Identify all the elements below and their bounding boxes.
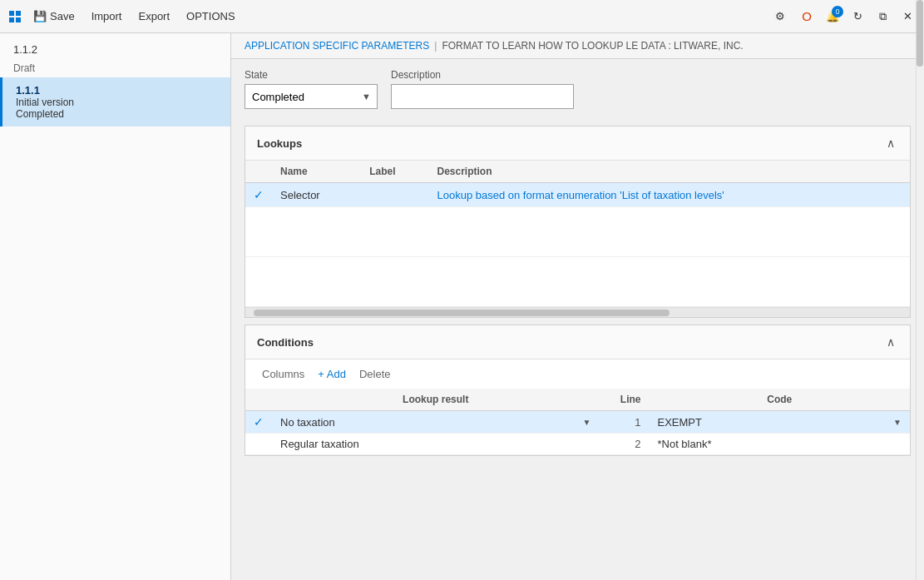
description-input[interactable] [391, 84, 574, 109]
selected-sub2: Completed [16, 108, 217, 120]
refresh-icon: ↻ [853, 10, 862, 22]
lookups-header: Lookups ∧ [245, 126, 910, 161]
office-icon: O [802, 9, 812, 23]
lookups-table: Name Label Description ✓ Selector Lookup… [245, 161, 910, 307]
conditions-tbody: ✓ No taxation ▼ 1 EXEMPT ▼ [245, 411, 910, 455]
settings-button[interactable]: ⚙ [770, 8, 790, 24]
add-button[interactable]: + Add [313, 366, 351, 382]
table-row-empty [245, 207, 910, 257]
row-description: Lookup based on format enumeration 'List… [429, 183, 911, 207]
notification-count: 0 [832, 6, 843, 17]
settings-icon: ⚙ [775, 10, 785, 22]
options-button[interactable]: OPTIONS [180, 7, 242, 26]
app-icon [7, 8, 23, 25]
cond-row1-code: EXEMPT ▼ [649, 411, 910, 434]
popout-icon: ⧉ [879, 10, 887, 23]
cond-row1-line: 1 [599, 411, 649, 434]
conditions-toggle[interactable]: ∧ [883, 334, 898, 350]
import-button[interactable]: Import [85, 7, 129, 26]
close-button[interactable]: ✕ [898, 8, 917, 24]
cond-col-check [245, 389, 272, 411]
lookup-dropdown-cell: No taxation ▼ [280, 416, 590, 429]
col-label: Label [361, 161, 428, 183]
cond-row2-line: 2 [599, 434, 649, 455]
lookups-panel: Lookups ∧ Name Label Description ✓ Selec… [245, 126, 911, 318]
conditions-header-row: Lookup result Line Code [245, 389, 910, 411]
cond-row2-code: *Not blank* [649, 434, 910, 455]
lookups-title: Lookups [257, 137, 302, 150]
cond-col-lookup: Lookup result [272, 389, 599, 411]
lookups-toggle[interactable]: ∧ [883, 135, 898, 151]
cond-col-code: Code [649, 389, 910, 411]
refresh-button[interactable]: ↻ [848, 8, 867, 24]
breadcrumb: APPLICATION SPECIFIC PARAMETERS | FORMAT… [231, 33, 924, 59]
popout-button[interactable]: ⧉ [874, 8, 892, 25]
lookups-thead: Name Label Description [245, 161, 910, 183]
columns-button[interactable]: Columns [257, 366, 309, 382]
code-chevron-icon: ▼ [893, 418, 902, 427]
cond-row2-check [245, 434, 272, 455]
close-icon: ✕ [903, 10, 912, 22]
conditions-toolbar: Columns + Add Delete [245, 359, 910, 389]
sidebar-item-selected[interactable]: 1.1.1 Initial version Completed [0, 77, 230, 126]
save-icon: 💾 [33, 10, 47, 22]
cond-row-1[interactable]: ✓ No taxation ▼ 1 EXEMPT ▼ [245, 411, 910, 434]
lookup-chevron-icon: ▼ [583, 418, 591, 427]
state-label: State [245, 69, 378, 81]
table-row-empty2 [245, 257, 910, 307]
vertical-scrollbar[interactable] [916, 33, 924, 580]
cond-row1-lookup: No taxation ▼ [272, 411, 599, 434]
state-select[interactable]: Completed Draft Shared [245, 84, 378, 109]
toolbar: 💾 Save Import Export OPTIONS ⚙ O 🔔 0 ↻ ⧉… [0, 0, 924, 33]
row-name: Selector [272, 183, 361, 207]
breadcrumb-sep: | [434, 40, 437, 52]
breadcrumb-part1[interactable]: APPLICATION SPECIFIC PARAMETERS [245, 40, 429, 52]
col-name: Name [272, 161, 361, 183]
horizontal-scrollbar[interactable] [245, 307, 910, 317]
cond-col-line: Line [599, 389, 649, 411]
cond-row1-check: ✓ [245, 411, 272, 434]
sidebar-draft: Draft [0, 59, 230, 77]
lookups-header-row: Name Label Description [245, 161, 910, 183]
sidebar-version: 1.1.2 [0, 33, 230, 59]
svg-rect-0 [9, 11, 14, 16]
selected-version: 1.1.1 [16, 84, 217, 97]
notification-button[interactable]: 🔔 0 [823, 7, 842, 26]
state-field: State Completed Draft Shared ▼ [245, 69, 378, 109]
conditions-panel: Conditions ∧ Columns + Add Delete L [245, 325, 911, 456]
form-area: State Completed Draft Shared ▼ Descripti… [231, 59, 924, 119]
cond-row-2[interactable]: Regular taxation 2 *Not blank* [245, 434, 910, 455]
row-label [361, 183, 428, 207]
lookups-tbody: ✓ Selector Lookup based on format enumer… [245, 183, 910, 307]
delete-button[interactable]: Delete [354, 366, 396, 382]
checkmark-icon: ✓ [254, 415, 264, 429]
conditions-table: Lookup result Line Code ✓ No taxation ▼ [245, 389, 910, 455]
cond-row2-lookup: Regular taxation [272, 434, 599, 455]
conditions-header: Conditions ∧ [245, 325, 910, 359]
sidebar: 1.1.2 Draft 1.1.1 Initial version Comple… [0, 33, 231, 580]
content-area: APPLICATION SPECIFIC PARAMETERS | FORMAT… [231, 33, 924, 580]
export-button[interactable]: Export [131, 7, 176, 26]
selected-sub1: Initial version [16, 97, 217, 108]
description-field: Description [391, 69, 574, 109]
svg-rect-3 [16, 17, 21, 22]
scrollbar-thumb [917, 33, 923, 67]
main-layout: 1.1.2 Draft 1.1.1 Initial version Comple… [0, 33, 924, 580]
col-description: Description [429, 161, 911, 183]
office-button[interactable]: O [797, 7, 817, 25]
table-row[interactable]: ✓ Selector Lookup based on format enumer… [245, 183, 910, 207]
description-label: Description [391, 69, 574, 81]
state-select-wrapper: Completed Draft Shared ▼ [245, 84, 378, 109]
svg-rect-2 [9, 17, 14, 22]
col-check [245, 161, 272, 183]
svg-rect-1 [16, 11, 21, 16]
conditions-title: Conditions [257, 336, 314, 349]
row-check: ✓ [245, 183, 272, 207]
toolbar-right: ⚙ O 🔔 0 ↻ ⧉ ✕ [770, 7, 917, 26]
code-dropdown-cell: EXEMPT ▼ [657, 416, 902, 429]
horizontal-thumb [254, 310, 670, 316]
save-button[interactable]: 💾 Save [27, 7, 82, 26]
checkmark-icon: ✓ [254, 188, 264, 201]
breadcrumb-part2: FORMAT TO LEARN HOW TO LOOKUP LE DATA : … [442, 40, 743, 52]
conditions-thead: Lookup result Line Code [245, 389, 910, 411]
